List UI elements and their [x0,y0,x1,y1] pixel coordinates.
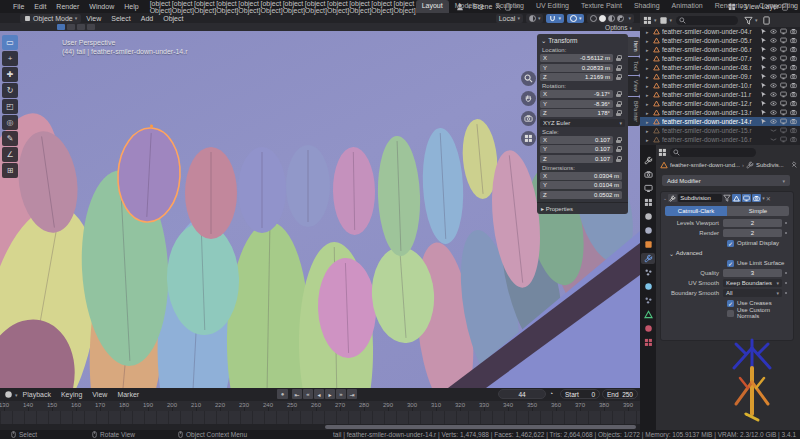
outliner-item-name[interactable]: feather-smiler-down-under-13.r [662,109,760,116]
feather[interactable] [286,145,330,227]
next-keyframe-button[interactable]: » [336,389,346,399]
render-levels-field[interactable]: 2 [723,229,782,237]
properties-tab-output[interactable] [641,183,655,194]
properties-tab-view-layer[interactable] [641,197,655,208]
properties-tab-object[interactable] [641,239,655,250]
outliner-row[interactable]: ▸feather-smiler-down-under-04.r [640,27,800,36]
cursor-tool[interactable]: + [2,51,18,66]
workspace-tab[interactable]: [object Object] [394,0,416,13]
properties-tab-object-data[interactable] [641,309,655,320]
workspace-tab-animation[interactable]: Animation [666,0,709,13]
hide-viewport-icon[interactable] [770,91,777,98]
shading-material-icon[interactable] [608,15,615,22]
uv-smooth-dropdown[interactable]: Keep Boundaries▾ [723,279,782,287]
jump-end-button[interactable]: ⇥ [347,389,357,399]
workspace-tab[interactable]: [object Object] [150,0,172,13]
outliner-row[interactable]: ▸feather-smiler-down-under-10.r [640,81,800,90]
render-toggle[interactable] [752,194,761,202]
hide-viewport-icon[interactable] [770,109,777,116]
display-mode-icon[interactable] [659,16,668,25]
levels-viewport-field[interactable]: 2 [723,219,782,227]
expand-icon[interactable]: ⌄ [663,195,667,201]
viewport-menu[interactable]: Select [106,15,135,22]
outliner-item-name[interactable]: feather-smiler-down-under-12.r [662,100,760,107]
camera-view-gizmo[interactable] [521,111,536,126]
hide-viewport-icon[interactable] [770,64,777,71]
close-scene-icon[interactable]: ✕ [514,3,520,11]
shading-rendered-icon[interactable] [617,15,624,22]
filter-icon[interactable] [744,16,753,25]
new-collection-icon[interactable] [762,16,771,25]
add-modifier-button[interactable]: Add Modifier▾ [662,175,790,186]
timeline-menu[interactable]: Playback [18,391,56,398]
hide-viewport-icon-off[interactable] [770,136,777,143]
shading-solid-icon[interactable] [599,15,606,22]
viewport-menu[interactable]: View [81,15,106,22]
disclose-icon[interactable]: ▸ [646,56,653,62]
properties-search-input[interactable] [670,148,756,157]
mode-selector[interactable]: Object Mode ▾ [20,14,81,23]
editmode-toggle[interactable] [732,194,741,202]
shading-wireframe-icon[interactable] [590,15,597,22]
use-creases-checkbox[interactable]: ✓ [727,300,734,307]
close-view-layer-icon[interactable]: ✕ [791,3,797,11]
outliner-row[interactable]: ▸feather-smiler-down-under-06.r [640,45,800,54]
feather[interactable] [420,127,466,245]
auto-keying-button[interactable]: ● [277,389,288,399]
simple-button[interactable]: Simple [727,206,789,216]
outliner-item-name[interactable]: feather-smiler-down-under-05.r [662,37,760,44]
snap-magnet-toggle[interactable]: ▾ [546,14,564,23]
outliner-row[interactable]: ▸feather-smiler-down-under-08.r [640,63,800,72]
dimensions-x-field[interactable]: X0.0304 m [540,172,622,180]
rotate-tool[interactable]: ↻ [2,83,18,98]
workspace-tab[interactable]: [object Object] [172,0,194,13]
new-scene-icon[interactable] [504,3,512,11]
workspace-tab[interactable]: [object Object] [371,0,393,13]
lock-icon[interactable] [616,91,622,97]
measure-tool[interactable]: ∠ [2,147,18,162]
shading-caret[interactable]: ▾ [628,15,631,21]
disclose-icon[interactable]: ▸ [646,92,653,98]
perspective-toggle-gizmo[interactable] [521,131,536,146]
boundary-smooth-dropdown[interactable]: All▾ [723,289,782,297]
realtime-toggle[interactable] [742,194,751,202]
topbar-menu[interactable]: File [8,3,29,10]
outliner-item-name[interactable]: feather-smiler-down-under-09.r [662,73,760,80]
hide-viewport-icon[interactable] [770,73,777,80]
mirror-x-icon[interactable] [57,24,65,30]
outliner-row[interactable]: ▸feather-smiler-down-under-15.r [640,126,800,135]
use-limit-surface-checkbox[interactable]: ✓ [727,260,734,267]
orientation-dropdown[interactable]: Local▾ [496,14,523,23]
sidebar-tab-bpainter[interactable]: BPainter [628,97,640,126]
outliner-item-name[interactable]: feather-smiler-down-under-07.r [662,55,760,62]
play-button[interactable]: ▸ [325,389,335,399]
lock-icon[interactable] [616,101,622,107]
workspace-tab-layout[interactable]: Layout [416,0,449,13]
scale-tool[interactable]: ◰ [2,99,18,114]
outliner-row[interactable]: ▸feather-smiler-down-under-12.r [640,99,800,108]
breadcrumb-object[interactable]: feather-smiler-down-und... [670,162,740,168]
stopwatch-icon[interactable]: ◔ [549,390,553,397]
proportional-editing-toggle[interactable]: ▾ [567,14,585,23]
location-z-field[interactable]: Z1.2169 m [540,73,613,81]
view-layer-name[interactable]: View Layer [745,3,780,10]
properties-tab-render[interactable] [641,169,655,180]
disclose-icon[interactable]: ▸ [646,38,653,44]
add-cube-tool[interactable]: ⊞ [2,163,18,178]
outliner-item-name[interactable]: feather-smiler-down-under-04.r [662,28,760,35]
pin-icon[interactable] [494,3,502,11]
scene-name[interactable]: Scene [473,3,493,10]
properties-tab-modifiers[interactable] [641,253,655,264]
outliner-item-name[interactable]: feather-smiler-down-under-16.r [662,136,770,143]
topbar-menu[interactable]: Help [119,3,143,10]
workspace-tab[interactable]: [object Object] [260,0,282,13]
properties-tab-world[interactable] [641,225,655,236]
outliner-item-name[interactable]: feather-smiler-down-under-14.r [662,118,760,125]
disclose-icon[interactable]: ▸ [646,29,653,35]
feather-selected[interactable] [116,123,183,224]
disclose-icon[interactable]: ▸ [646,74,653,80]
play-reverse-button[interactable]: ◂ [314,389,324,399]
workspace-tab-uv-editing[interactable]: UV Editing [530,0,575,13]
mirror-y-icon[interactable] [67,24,75,30]
options-dropdown[interactable]: Options▾ [605,24,632,31]
